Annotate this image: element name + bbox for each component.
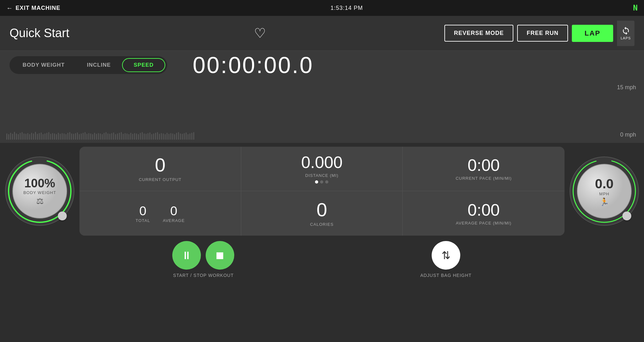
total-item: 0 TOTAL	[136, 204, 150, 223]
current-pace-value: 0:00	[468, 157, 500, 173]
back-arrow-icon: ←	[6, 4, 13, 12]
laps-button[interactable]: LAPS	[617, 21, 634, 46]
current-output-value: 0	[155, 156, 165, 175]
mph-dial-handle[interactable]	[622, 211, 631, 220]
tab-body-weight[interactable]: BODY WEIGHT	[11, 58, 76, 72]
heart-icon[interactable]: ♡	[254, 27, 266, 40]
workout-buttons-row: ⏸ ⏹	[172, 241, 234, 270]
mph-label: MPH	[595, 191, 613, 196]
header: Quick Start ♡ REVERSE MODE FREE RUN LAP …	[0, 16, 644, 51]
distance-label: DISTANCE (MI)	[305, 173, 338, 178]
current-output-label: CURRENT OUTPUT	[139, 177, 182, 182]
timer-display: 00:00:00.0	[193, 52, 634, 78]
bottom-controls: ⏸ ⏹ START / STOP WORKOUT ⇅ ADJUST BAG HE…	[0, 239, 644, 281]
average-label: AVERAGE	[163, 218, 185, 223]
stop-button[interactable]: ⏹	[206, 241, 234, 270]
distance-dots	[315, 180, 328, 184]
reverse-mode-button[interactable]: REVERSE MODE	[444, 25, 513, 42]
sync-icon: N	[633, 3, 638, 12]
mph-dial-container: 0.0 MPH 🏃	[569, 156, 639, 226]
calories-label: CALORIES	[310, 222, 334, 227]
lap-button[interactable]: LAP	[572, 25, 613, 42]
laps-icon	[621, 26, 630, 35]
stop-icon: ⏹	[215, 249, 225, 262]
laps-label: LAPS	[620, 36, 631, 40]
distance-cell: 0.000 DISTANCE (MI)	[241, 147, 403, 191]
adjust-bag-label: ADJUST BAG HEIGHT	[420, 273, 471, 278]
distance-value: 0.000	[301, 154, 342, 171]
dial-percentage-value: 100%	[23, 177, 56, 190]
dot-1	[315, 180, 318, 184]
current-pace-label: CURRENT PACE (MIN/MI)	[456, 176, 512, 181]
average-pace-cell: 0:00 AVERAGE PACE (MIN/MI)	[403, 191, 565, 236]
mph-value: 0.0	[595, 176, 613, 191]
adjust-icon: ⇅	[442, 249, 450, 262]
current-time: 1:53:14 PM	[331, 5, 363, 11]
heart-icon-container: ♡	[85, 27, 435, 40]
calories-value: 0	[317, 200, 327, 219]
total-avg-pair: 0 TOTAL 0 AVERAGE	[136, 204, 185, 223]
adjust-bag-container: ⇅ ADJUST BAG HEIGHT	[420, 241, 471, 278]
stats-card: 0 CURRENT OUTPUT 0.000 DISTANCE (MI) 0:0…	[79, 147, 565, 236]
current-output-cell: 0 CURRENT OUTPUT	[79, 147, 241, 191]
average-pace-label: AVERAGE PACE (MIN/MI)	[456, 221, 511, 225]
average-item: 0 AVERAGE	[163, 204, 185, 223]
total-label: TOTAL	[136, 218, 150, 223]
dial-handle[interactable]	[58, 211, 67, 220]
calories-cell: 0 CALORIES	[241, 191, 403, 236]
average-pace-value: 0:00	[468, 202, 500, 218]
main-content: // Tick marks will be drawn via JS	[0, 143, 644, 239]
dot-2	[320, 180, 323, 184]
tab-speed[interactable]: SPEED	[122, 58, 166, 72]
scale-icon: ⚖	[23, 196, 56, 206]
body-weight-dial-container: // Tick marks will be drawn via JS	[5, 156, 75, 226]
free-run-button[interactable]: FREE RUN	[517, 25, 568, 42]
top-bar: ← EXIT MACHINE 1:53:14 PM N	[0, 0, 644, 16]
tab-incline[interactable]: INCLINE	[76, 58, 122, 72]
mph-dial-center: 0.0 MPH 🏃	[595, 176, 613, 206]
pause-icon: ⏸	[181, 249, 192, 262]
tabs-timer-row: BODY WEIGHT INCLINE SPEED 00:00:00.0	[0, 51, 644, 79]
total-value: 0	[139, 204, 146, 218]
header-buttons: REVERSE MODE FREE RUN LAP LAPS	[444, 21, 634, 46]
mph-dial[interactable]: 0.0 MPH 🏃	[569, 156, 639, 226]
current-pace-cell: 0:00 CURRENT PACE (MIN/MI)	[403, 147, 565, 191]
start-stop-label: START / STOP WORKOUT	[173, 273, 234, 278]
pause-button[interactable]: ⏸	[172, 241, 201, 270]
start-stop-container: ⏸ ⏹ START / STOP WORKOUT	[172, 241, 234, 278]
exit-label: EXIT MACHINE	[16, 5, 60, 11]
dot-3	[325, 180, 328, 184]
speed-graph: // Generate graph lines (function() { co…	[0, 79, 628, 143]
tab-group: BODY WEIGHT INCLINE SPEED	[10, 56, 167, 74]
adjust-bag-button[interactable]: ⇅	[432, 241, 460, 270]
average-value: 0	[170, 204, 177, 218]
body-weight-dial[interactable]: // Tick marks will be drawn via JS	[5, 156, 75, 226]
exit-machine-button[interactable]: ← EXIT MACHINE	[6, 4, 60, 12]
graph-area: 15 mph 0 mph // Generate graph lines (fu…	[0, 79, 644, 143]
runner-icon: 🏃	[595, 198, 613, 206]
dial-center: 100% BODY WEIGHT ⚖	[23, 177, 56, 206]
page-title: Quick Start	[10, 26, 69, 40]
total-average-cell: 0 TOTAL 0 AVERAGE	[79, 191, 241, 236]
dial-body-weight-label: BODY WEIGHT	[23, 190, 56, 195]
